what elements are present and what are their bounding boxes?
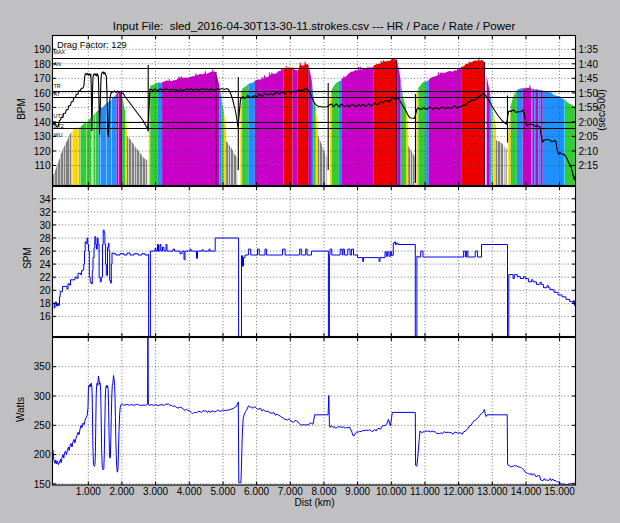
svg-text:2:15: 2:15 bbox=[579, 160, 599, 171]
svg-text:WU: WU bbox=[54, 132, 63, 138]
svg-text:4.000: 4.000 bbox=[177, 486, 202, 497]
svg-text:1:45: 1:45 bbox=[579, 73, 599, 84]
svg-text:350: 350 bbox=[34, 361, 51, 372]
svg-text:11.000: 11.000 bbox=[410, 486, 440, 497]
svg-text:Input File: sled_2016-04-30T1: Input File: sled_2016-04-30T13-30-11.str… bbox=[113, 20, 516, 32]
svg-text:(sec/500): (sec/500) bbox=[596, 89, 607, 131]
svg-text:200: 200 bbox=[34, 449, 51, 460]
svg-text:250: 250 bbox=[34, 420, 51, 431]
svg-text:UT1: UT1 bbox=[54, 113, 64, 119]
svg-text:180: 180 bbox=[34, 59, 51, 70]
svg-text:Watts: Watts bbox=[15, 397, 26, 422]
svg-text:150: 150 bbox=[34, 102, 51, 113]
svg-text:26: 26 bbox=[39, 246, 51, 257]
svg-text:32: 32 bbox=[39, 207, 51, 218]
svg-text:30: 30 bbox=[39, 220, 51, 231]
svg-text:2:10: 2:10 bbox=[579, 146, 599, 157]
svg-text:12.000: 12.000 bbox=[443, 486, 474, 497]
svg-text:13.000: 13.000 bbox=[477, 486, 508, 497]
svg-text:170: 170 bbox=[34, 73, 51, 84]
svg-text:Dist (km): Dist (km) bbox=[295, 497, 335, 508]
svg-text:1:35: 1:35 bbox=[579, 44, 599, 55]
svg-text:1:40: 1:40 bbox=[579, 59, 599, 70]
svg-text:Drag Factor: 129: Drag Factor: 129 bbox=[57, 40, 127, 50]
svg-text:300: 300 bbox=[34, 391, 51, 402]
svg-text:8.000: 8.000 bbox=[311, 486, 336, 497]
svg-text:10.000: 10.000 bbox=[376, 486, 407, 497]
svg-text:130: 130 bbox=[34, 131, 51, 142]
svg-text:BPM: BPM bbox=[16, 98, 27, 120]
svg-text:110: 110 bbox=[35, 160, 51, 171]
svg-text:140: 140 bbox=[34, 117, 51, 128]
svg-text:20: 20 bbox=[39, 285, 51, 296]
svg-text:TR: TR bbox=[54, 83, 61, 89]
svg-text:UT2: UT2 bbox=[54, 123, 64, 129]
svg-text:16: 16 bbox=[39, 311, 51, 322]
svg-text:MAX: MAX bbox=[54, 49, 66, 55]
svg-text:15.000: 15.000 bbox=[544, 486, 575, 497]
svg-text:7.000: 7.000 bbox=[278, 486, 303, 497]
svg-text:22: 22 bbox=[39, 272, 51, 283]
svg-text:5.000: 5.000 bbox=[210, 486, 235, 497]
svg-text:120: 120 bbox=[34, 146, 51, 157]
svg-text:2:05: 2:05 bbox=[579, 131, 599, 142]
svg-text:14.000: 14.000 bbox=[511, 486, 542, 497]
svg-text:3.000: 3.000 bbox=[143, 486, 168, 497]
svg-text:24: 24 bbox=[39, 259, 51, 270]
svg-text:190: 190 bbox=[34, 44, 51, 55]
svg-text:6.000: 6.000 bbox=[244, 486, 269, 497]
svg-text:18: 18 bbox=[39, 298, 51, 309]
svg-text:9.000: 9.000 bbox=[345, 486, 370, 497]
svg-text:34: 34 bbox=[39, 194, 51, 205]
svg-text:SPM: SPM bbox=[22, 247, 33, 269]
svg-text:1.000: 1.000 bbox=[76, 486, 101, 497]
svg-text:150: 150 bbox=[34, 479, 51, 490]
svg-text:AT: AT bbox=[54, 91, 61, 97]
svg-text:160: 160 bbox=[34, 88, 51, 99]
svg-text:28: 28 bbox=[39, 233, 51, 244]
svg-text:2.000: 2.000 bbox=[109, 486, 134, 497]
